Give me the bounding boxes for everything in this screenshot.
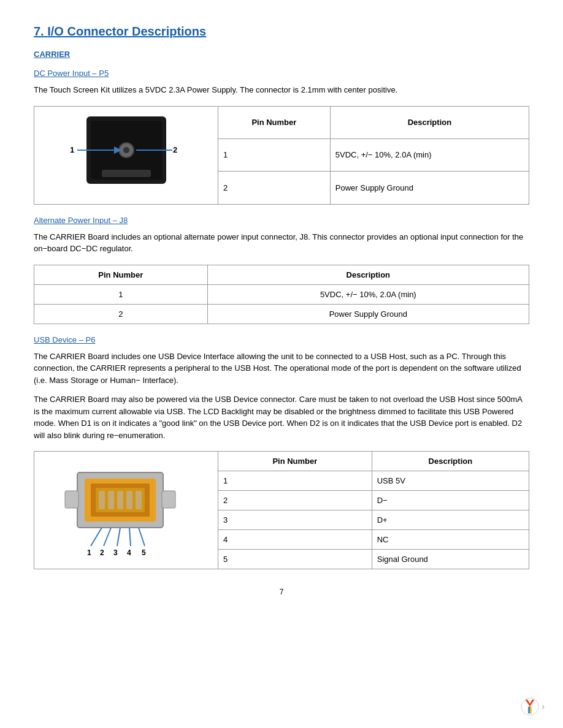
svg-rect-19 xyxy=(162,491,175,508)
page-number: 7 xyxy=(34,588,529,596)
usb-desc-4: NC xyxy=(372,530,529,550)
alt-power-table: Pin Number Description 1 5VDC, +/− 10%, … xyxy=(34,265,529,324)
usb-pin-4: 4 xyxy=(218,530,372,550)
svg-rect-14 xyxy=(108,491,114,509)
company-logo xyxy=(521,697,539,716)
usb-pin-2: 2 xyxy=(218,491,372,510)
usb-desc-1: USB 5V xyxy=(372,471,529,491)
alt-pin-1: 1 xyxy=(34,284,208,304)
alt-power-text: The CARRIER Board includes an optional a… xyxy=(34,231,529,255)
alt-desc-2: Power Supply Ground xyxy=(207,304,529,324)
dc-table-pin-header: Pin Number xyxy=(218,106,331,138)
svg-rect-13 xyxy=(99,491,105,509)
usb-desc-5: Signal Ground xyxy=(372,550,529,569)
usb-pin-3: 3 xyxy=(218,510,372,530)
usb-pin-5: 5 xyxy=(218,550,372,569)
usb-pin-header: Pin Number xyxy=(218,452,372,471)
carrier-label: CARRIER xyxy=(34,50,529,59)
alt-pin-header: Pin Number xyxy=(34,265,208,284)
dc-pin-2: 2 xyxy=(218,172,331,204)
usb-connector-svg: 1 2 3 4 5 xyxy=(59,460,194,558)
svg-rect-16 xyxy=(126,491,132,509)
table-row: 1 5VDC, +/− 10%, 2.0A (min) xyxy=(34,284,529,304)
svg-text:2: 2 xyxy=(100,548,104,557)
usb-device-title: USB Device – P6 xyxy=(34,335,529,344)
svg-line-23 xyxy=(129,528,131,546)
alt-pin-2: 2 xyxy=(34,304,208,324)
section-title-text: I/O Connector Descriptions xyxy=(47,25,206,38)
section-title: 7. I/O Connector Descriptions xyxy=(34,25,529,39)
svg-text:5: 5 xyxy=(142,548,146,557)
dc-table-desc-header: Description xyxy=(330,106,529,138)
svg-text:2: 2 xyxy=(173,145,177,154)
section-number: 7. xyxy=(34,25,44,38)
svg-rect-4 xyxy=(102,170,151,177)
usb-desc-header: Description xyxy=(372,452,529,471)
svg-text:1: 1 xyxy=(87,548,91,557)
svg-text:3: 3 xyxy=(113,548,118,557)
svg-line-22 xyxy=(117,528,120,546)
alt-power-title: Alternate Power Input – J8 xyxy=(34,216,529,225)
usb-pin-1: 1 xyxy=(218,471,372,491)
usb-desc-2: D− xyxy=(372,491,529,510)
usb-image-table: 1 2 3 4 5 Pin Number Description 1 USB 5… xyxy=(34,451,529,569)
table-row: 2 Power Supply Ground xyxy=(34,304,529,324)
usb-desc-3: D+ xyxy=(372,510,529,530)
nav-arrow[interactable]: › xyxy=(542,702,545,711)
svg-point-3 xyxy=(123,147,129,153)
svg-text:1: 1 xyxy=(70,145,74,154)
dc-connector-image-cell: 1 2 xyxy=(34,106,218,204)
svg-line-21 xyxy=(104,528,111,546)
usb-connector-image-cell: 1 2 3 4 5 xyxy=(34,452,218,569)
dc-power-title: DC Power Input – P5 xyxy=(34,69,529,78)
logo-area: › xyxy=(521,697,545,716)
alt-desc-header: Description xyxy=(207,265,529,284)
svg-text:4: 4 xyxy=(127,548,131,557)
svg-rect-18 xyxy=(65,491,79,508)
dc-pin-1: 1 xyxy=(218,138,331,171)
dc-power-image-table: 1 2 Pin Number Description 1 5VDC, +/− 1… xyxy=(34,106,529,205)
svg-rect-17 xyxy=(136,491,142,509)
svg-line-20 xyxy=(91,528,102,546)
dc-desc-1: 5VDC, +/− 10%, 2.0A (min) xyxy=(330,138,529,171)
usb-device-text2: The CARRIER Board may also be powered vi… xyxy=(34,393,529,441)
alt-desc-1: 5VDC, +/− 10%, 2.0A (min) xyxy=(207,284,529,304)
svg-line-24 xyxy=(139,528,145,546)
dc-connector-svg: 1 2 xyxy=(65,112,188,197)
svg-rect-15 xyxy=(117,491,123,509)
dc-desc-2: Power Supply Ground xyxy=(330,172,529,204)
usb-device-text1: The CARRIER Board includes one USB Devic… xyxy=(34,351,529,387)
dc-power-text: The Touch Screen Kit utilizes a 5VDC 2.3… xyxy=(34,84,529,96)
